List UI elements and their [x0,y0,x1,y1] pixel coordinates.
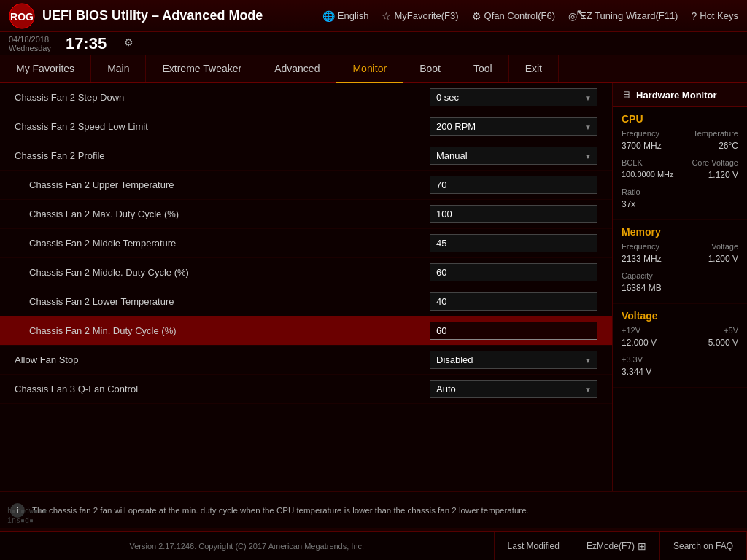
monitor-screen-icon: 🖥 [622,89,632,101]
setting-label-chassis-fan2-middle-duty: Chassis Fan 2 Middle. Duty Cycle (%) [29,267,430,278]
setting-label-chassis-fan2-middle-temp: Chassis Fan 2 Middle Temperature [29,238,430,249]
mem-freq-val-row: 2133 MHz 1.200 V [622,254,738,268]
volt-12-row: +12V +5V [622,326,738,335]
nav-main[interactable]: Main [91,55,146,82]
setting-row-chassis-fan2-step-down[interactable]: Chassis Fan 2 Step Down0 sec1 sec2 sec5 … [0,83,612,112]
setting-value-chassis-fan2-middle-duty [430,263,597,281]
nav-boot[interactable]: Boot [403,55,457,82]
setting-row-allow-fan-stop[interactable]: Allow Fan StopDisabledEnabled [0,346,612,375]
volt-33-label: +3.3V [622,355,643,364]
text-input-chassis-fan2-lower-temp[interactable] [430,292,597,311]
language-label: English [338,10,369,21]
setting-row-chassis-fan2-max-duty[interactable]: Chassis Fan 2 Max. Duty Cycle (%) [0,200,612,229]
qfan-tool[interactable]: ⚙ Qfan Control(F6) [472,10,556,22]
text-input-chassis-fan2-middle-duty[interactable] [430,263,597,281]
cpu-temp-value: 26°C [719,141,738,151]
qfan-icon: ⚙ [472,10,481,22]
top-nav: My Favorites Main Extreme Tweaker Advanc… [0,55,747,83]
setting-row-chassis-fan2-lower-temp[interactable]: Chassis Fan 2 Lower Temperature [0,287,612,316]
settings-container: Chassis Fan 2 Step Down0 sec1 sec2 sec5 … [0,83,612,404]
dropdown-wrapper-chassis-fan2-step-down: 0 sec1 sec2 sec5 sec [430,88,597,106]
language-icon: 🌐 [322,10,335,22]
nav-my-favorites[interactable]: My Favorites [0,55,91,82]
ez-mode-action[interactable]: EzMode(F7) ⊞ [573,532,660,560]
setting-row-chassis-fan3-qfan-control[interactable]: Chassis Fan 3 Q-Fan ControlAutoDC ModePW… [0,375,612,404]
info-text: The chassis fan 2 fan will operate at th… [32,506,529,515]
dropdown-chassis-fan2-step-down[interactable]: 0 sec1 sec2 sec5 sec [430,88,597,106]
voltage-section-title: Voltage [622,310,738,322]
info-bar: i The chassis fan 2 fan will operate at … [0,491,747,528]
nav-tool[interactable]: Tool [457,55,509,82]
datetime-row: 04/18/2018Wednesday 17:35 ⚙ [0,32,747,55]
setting-row-chassis-fan2-upper-temp[interactable]: Chassis Fan 2 Upper Temperature [0,171,612,200]
cpu-bclk-value: 100.0000 MHz [622,170,674,180]
setting-label-chassis-fan2-step-down: Chassis Fan 2 Step Down [15,92,430,103]
search-faq-action[interactable]: Search on FAQ [660,532,747,560]
setting-value-chassis-fan2-max-duty [430,205,597,223]
nav-extreme-tweaker[interactable]: Extreme Tweaker [146,55,258,82]
setting-row-chassis-fan2-speed-low-limit[interactable]: Chassis Fan 2 Speed Low Limit200 RPM300 … [0,112,612,141]
cpu-ratio-row: Ratio [622,187,738,196]
mem-cap-value: 16384 MB [622,283,738,293]
cpu-bclk-val-row: 100.0000 MHz 1.120 V [622,170,738,184]
setting-value-chassis-fan2-middle-temp [430,234,597,252]
logo-area: h▪r▪dw▪r▪ ins▪d▪ [7,506,47,525]
nav-exit[interactable]: Exit [509,55,559,82]
setting-row-chassis-fan2-middle-duty[interactable]: Chassis Fan 2 Middle. Duty Cycle (%) [0,258,612,287]
voltage-section: Voltage +12V +5V 12.000 V 5.000 V +3.3V … [613,304,747,388]
hw-monitor-panel: 🖥 Hardware Monitor CPU Frequency Tempera… [612,83,747,491]
setting-label-chassis-fan2-profile: Chassis Fan 2 Profile [15,150,430,161]
settings-icon[interactable]: ⚙ [124,36,133,48]
dropdown-chassis-fan2-profile[interactable]: AutoManualSilentStandardTurbo [430,147,597,165]
text-input-chassis-fan2-max-duty[interactable] [430,205,597,223]
setting-row-chassis-fan2-middle-temp[interactable]: Chassis Fan 2 Middle Temperature [0,229,612,258]
dropdown-chassis-fan3-qfan-control[interactable]: AutoDC ModePWM Mode [430,380,597,398]
dropdown-chassis-fan2-speed-low-limit[interactable]: 200 RPM300 RPM400 RPM600 RPM [430,117,597,136]
text-input-chassis-fan2-middle-temp[interactable] [430,234,597,252]
cpu-freq-row: Frequency Temperature [622,129,738,138]
time-display: 17:35 [66,34,107,53]
setting-value-allow-fan-stop: DisabledEnabled [430,351,597,369]
cpu-ratio-value: 37x [622,199,738,209]
text-input-chassis-fan2-min-duty[interactable] [430,322,597,340]
dropdown-wrapper-chassis-fan3-qfan-control: AutoDC ModePWM Mode [430,380,597,398]
date-display: 04/18/2018Wednesday [9,35,51,52]
hardware-inside-logo: h▪r▪dw▪r▪ ins▪d▪ [7,506,47,525]
setting-value-chassis-fan2-min-duty [430,322,597,340]
memory-section: Memory Frequency Voltage 2133 MHz 1.200 … [613,220,747,304]
header-tools: 🌐 English ☆ MyFavorite(F3) ⚙ Qfan Contro… [322,10,738,22]
nav-advanced[interactable]: Advanced [258,55,336,82]
cpu-ratio-label: Ratio [622,187,640,196]
language-tool[interactable]: 🌐 English [322,10,369,22]
nav-monitor[interactable]: Monitor [336,55,403,83]
setting-value-chassis-fan2-step-down: 0 sec1 sec2 sec5 sec [430,88,597,106]
mem-volt-label: Voltage [711,242,738,251]
volt-12-label: +12V [622,326,640,335]
setting-row-chassis-fan2-min-duty[interactable]: Chassis Fan 2 Min. Duty Cycle (%) [0,316,612,346]
hw-monitor-title: Hardware Monitor [636,90,717,101]
memory-section-title: Memory [622,226,738,238]
hotkeys-icon: ? [691,10,697,22]
setting-value-chassis-fan2-profile: AutoManualSilentStandardTurbo [430,147,597,165]
mem-cap-row: Capacity [622,271,738,280]
app-title: UEFI BIOS Utility – Advanced Mode [42,8,322,23]
cpu-freq-value: 3700 MHz [622,141,662,151]
dropdown-wrapper-chassis-fan2-profile: AutoManualSilentStandardTurbo [430,147,597,165]
setting-value-chassis-fan3-qfan-control: AutoDC ModePWM Mode [430,380,597,398]
volt-12-value: 12.000 V [622,338,657,348]
favorite-icon: ☆ [382,10,391,22]
main-area: Chassis Fan 2 Step Down0 sec1 sec2 sec5 … [0,83,747,491]
cpu-section: CPU Frequency Temperature 3700 MHz 26°C … [613,107,747,220]
volt-33-row: +3.3V [622,355,738,364]
bottom-actions: Last Modified EzMode(F7) ⊞ Search on FAQ [494,532,747,560]
setting-label-chassis-fan3-qfan-control: Chassis Fan 3 Q-Fan Control [15,384,430,394]
header: ROG UEFI BIOS Utility – Advanced Mode ↖ … [0,0,747,32]
text-input-chassis-fan2-upper-temp[interactable] [430,176,597,194]
hotkeys-tool[interactable]: ? Hot Keys [691,10,738,22]
last-modified-action[interactable]: Last Modified [495,532,573,560]
dropdown-allow-fan-stop[interactable]: DisabledEnabled [430,351,597,369]
myfavorite-tool[interactable]: ☆ MyFavorite(F3) [382,10,458,22]
cpu-section-title: CPU [622,113,738,125]
setting-row-chassis-fan2-profile[interactable]: Chassis Fan 2 ProfileAutoManualSilentSta… [0,141,612,171]
setting-label-chassis-fan2-speed-low-limit: Chassis Fan 2 Speed Low Limit [15,121,430,132]
